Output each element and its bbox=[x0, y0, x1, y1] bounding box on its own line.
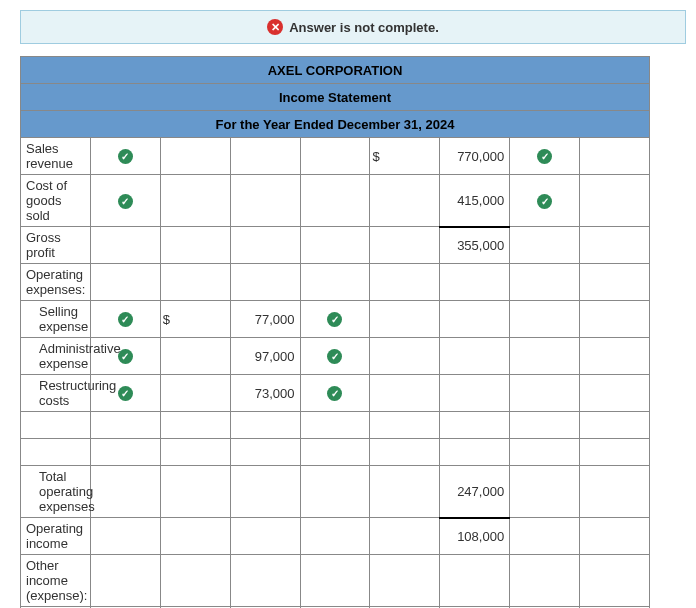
row-label: Sales revenue bbox=[21, 138, 91, 175]
row-label: Restructuring costs bbox=[21, 375, 91, 412]
income-statement-table: AXEL CORPORATION Income Statement For th… bbox=[20, 56, 650, 608]
alert-text: Answer is not complete. bbox=[289, 20, 439, 35]
check-icon: ✓ bbox=[537, 149, 552, 164]
table-row: Selling expense ✓ $ 77,000 ✓ bbox=[21, 301, 650, 338]
row-label: Operating income bbox=[21, 518, 91, 555]
row-label: Total operating expenses bbox=[21, 466, 91, 518]
currency: $ bbox=[160, 301, 230, 338]
check-icon: ✓ bbox=[327, 386, 342, 401]
title-header: Income Statement bbox=[21, 84, 650, 111]
check-icon: ✓ bbox=[118, 149, 133, 164]
value: 415,000 bbox=[440, 175, 510, 227]
table-row bbox=[21, 439, 650, 466]
value: 355,000 bbox=[440, 227, 510, 264]
row-label: Gross profit bbox=[21, 227, 91, 264]
check-icon: ✓ bbox=[327, 312, 342, 327]
value: 770,000 bbox=[440, 138, 510, 175]
value: 97,000 bbox=[230, 338, 300, 375]
row-label: Selling expense bbox=[21, 301, 91, 338]
row-label: Operating expenses: bbox=[21, 264, 91, 301]
period-header: For the Year Ended December 31, 2024 bbox=[21, 111, 650, 138]
table-row: Sales revenue ✓ $ 770,000 ✓ bbox=[21, 138, 650, 175]
alert-banner: ✕ Answer is not complete. bbox=[20, 10, 686, 44]
table-row: Administrative expense ✓ 97,000 ✓ bbox=[21, 338, 650, 375]
value: 108,000 bbox=[440, 518, 510, 555]
check-icon: ✓ bbox=[118, 312, 133, 327]
check-icon: ✓ bbox=[118, 194, 133, 209]
check-icon: ✓ bbox=[327, 349, 342, 364]
currency: $ bbox=[370, 138, 440, 175]
row-label: Administrative expense bbox=[21, 338, 91, 375]
table-row bbox=[21, 412, 650, 439]
check-icon: ✓ bbox=[537, 194, 552, 209]
table-row: Cost of goods sold ✓ 415,000 ✓ bbox=[21, 175, 650, 227]
row-label: Cost of goods sold bbox=[21, 175, 91, 227]
company-header: AXEL CORPORATION bbox=[21, 57, 650, 84]
check-icon: ✓ bbox=[118, 349, 133, 364]
value: 73,000 bbox=[230, 375, 300, 412]
table-row: Operating expenses: bbox=[21, 264, 650, 301]
check-icon: ✓ bbox=[118, 386, 133, 401]
table-row: Operating income 108,000 bbox=[21, 518, 650, 555]
value: 247,000 bbox=[440, 466, 510, 518]
error-icon: ✕ bbox=[267, 19, 283, 35]
table-row: Other income (expense): bbox=[21, 555, 650, 607]
value: 77,000 bbox=[230, 301, 300, 338]
table-row: Total operating expenses 247,000 bbox=[21, 466, 650, 518]
table-row: Restructuring costs ✓ 73,000 ✓ bbox=[21, 375, 650, 412]
row-label: Other income (expense): bbox=[21, 555, 91, 607]
table-row: Gross profit 355,000 bbox=[21, 227, 650, 264]
